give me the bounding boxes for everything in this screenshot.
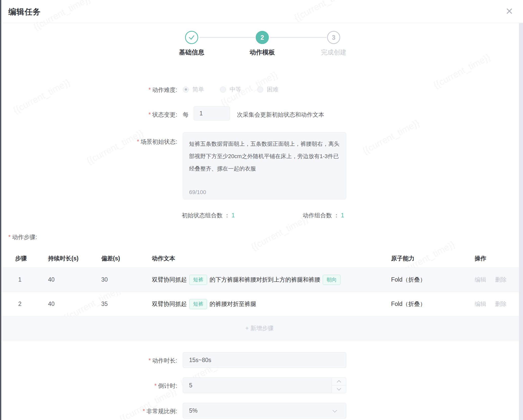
state-change-suffix: 次采集会更新初始状态和动作文本: [237, 111, 324, 119]
unusual-ratio-label: *非常规比例:: [0, 407, 177, 415]
table-header-row: 步骤 持续时长(s) 偏差(s) 动作文本 原子能力 操作: [0, 249, 519, 268]
required-mark: *: [8, 234, 11, 240]
col-header-text: 动作文本: [152, 255, 391, 262]
atomic-capability: Fold（折叠）: [391, 300, 471, 308]
step-deviation: 35: [101, 301, 152, 307]
chevron-down-icon: [332, 408, 337, 412]
form-row-state-change: *状态变更: 每 1 次采集会更新初始状态和动作文本: [0, 106, 523, 122]
form-row-unusual-ratio: *非常规比例: 5%: [0, 403, 523, 419]
required-mark: *: [143, 408, 145, 414]
delete-button[interactable]: 删除: [495, 276, 507, 283]
step-number: 2: [15, 301, 48, 307]
scrollbar[interactable]: [519, 23, 523, 420]
step-deviation: 30: [101, 276, 152, 283]
action-text-part: 双臂协同抓起: [152, 300, 187, 308]
dialog-title: 编辑任务: [8, 7, 41, 17]
action-steps-table: 步骤 持续时长(s) 偏差(s) 动作文本 原子能力 操作 1 40 30 双臂…: [0, 249, 519, 341]
number-spinner: [332, 378, 346, 393]
radio-option-hard[interactable]: 困难: [257, 86, 278, 93]
col-header-step: 步骤: [15, 255, 48, 262]
action-steps-label: *动作步骤:: [8, 233, 37, 241]
page-left-edge: [0, 0, 1, 420]
step-duration: 40: [48, 276, 101, 283]
close-icon[interactable]: ×: [506, 3, 513, 20]
step-connector: [270, 37, 327, 38]
radio-option-easy[interactable]: 简单: [183, 86, 204, 93]
required-mark: *: [154, 383, 157, 389]
step-2-label: 动作模板: [232, 48, 293, 56]
dialog-header: 编辑任务 ×: [0, 0, 523, 23]
radio-option-medium[interactable]: 中等: [220, 86, 241, 93]
radio-icon: [220, 87, 226, 93]
state-change-prefix: 每: [183, 111, 189, 119]
countdown-input[interactable]: 5: [183, 377, 346, 393]
action-combo-value: 1: [341, 212, 344, 219]
step-2-number: 2: [256, 31, 269, 44]
unusual-ratio-select[interactable]: 5%: [183, 403, 346, 418]
step-3-number: 3: [327, 31, 340, 44]
orientation-tag: 朝向: [323, 275, 340, 285]
object-tag: 短裤: [189, 299, 207, 309]
col-header-deviation: 偏差(s): [101, 255, 152, 262]
chevron-down-icon: [337, 386, 341, 391]
duration-input[interactable]: 15s~80s: [183, 352, 346, 368]
countdown-label: *倒计时:: [0, 382, 177, 390]
step-1-label: 基础信息: [161, 48, 222, 56]
action-text-part: 双臂协同抓起: [152, 276, 187, 284]
step-connector: [199, 37, 255, 38]
table-row: 2 40 35 双臂协同抓起 短裤 的裤腰对折至裤腿 Fold（折叠） 编辑 删…: [0, 292, 519, 316]
required-mark: *: [149, 357, 151, 364]
state-change-label: *状态变更:: [0, 111, 177, 119]
col-header-duration: 持续时长(s): [48, 255, 101, 262]
spinner-down-button[interactable]: [332, 385, 346, 393]
initial-combo-count: 初始状态组合数 ：1: [182, 212, 235, 219]
initial-state-label: *场景初始状态:: [0, 138, 177, 146]
initial-state-value: 短裤五条数据背面朝上，五条数据正面朝上，裤腰朝右，离头部视野下方至少20cm之外…: [189, 138, 340, 175]
countdown-value: 5: [189, 382, 192, 389]
check-icon: [188, 34, 195, 41]
form-row-duration: *动作时长: 15s~80s: [0, 352, 523, 368]
add-step-label: + 新增步骤: [245, 324, 274, 332]
required-mark: *: [137, 138, 139, 145]
action-text: 双臂协同抓起 短裤 的下方裤腿和裤腰对折到上方的裤腿和裤腰 朝向: [152, 275, 391, 285]
action-text-part: 的下方裤腿和裤腰对折到上方的裤腿和裤腰: [210, 276, 320, 284]
duration-label: *动作时长:: [0, 357, 177, 365]
difficulty-label: *动作难度:: [0, 86, 177, 94]
radio-label: 简单: [192, 86, 204, 93]
radio-label: 困难: [267, 86, 278, 93]
required-mark: *: [149, 87, 151, 93]
step-1-done-icon: [185, 31, 198, 44]
step-number: 1: [15, 276, 48, 283]
step-duration: 40: [48, 301, 101, 307]
col-header-capability: 原子能力: [391, 255, 471, 262]
step-3-label: 完成创建: [303, 48, 364, 56]
radio-label: 中等: [230, 86, 241, 93]
object-tag: 短裤: [189, 275, 207, 285]
unusual-ratio-value: 5%: [189, 407, 197, 414]
edit-button[interactable]: 编辑: [475, 301, 486, 307]
action-text: 双臂协同抓起 短裤 的裤腰对折至裤腿: [152, 299, 391, 309]
initial-state-textarea[interactable]: 短裤五条数据背面朝上，五条数据正面朝上，裤腰朝右，离头部视野下方至少20cm之外…: [183, 132, 346, 199]
edit-button[interactable]: 编辑: [475, 276, 486, 283]
table-row: 1 40 30 双臂协同抓起 短裤 的下方裤腿和裤腰对折到上方的裤腿和裤腰 朝向…: [0, 268, 519, 292]
initial-combo-value: 1: [231, 212, 235, 219]
state-change-input[interactable]: 1: [194, 106, 230, 120]
chevron-up-icon: [337, 380, 341, 384]
combo-counts-row: 初始状态组合数 ：1 动作组合数 ：1: [0, 212, 523, 221]
spinner-up-button[interactable]: [332, 378, 346, 385]
required-mark: *: [149, 111, 151, 118]
delete-button[interactable]: 删除: [495, 301, 507, 307]
atomic-capability: Fold（折叠）: [391, 276, 471, 284]
form-row-countdown: *倒计时: 5: [0, 377, 523, 394]
action-combo-count: 动作组合数 ：1: [303, 212, 344, 219]
add-step-button[interactable]: + 新增步骤: [0, 316, 519, 341]
action-text-part: 的裤腰对折至裤腿: [210, 300, 256, 308]
radio-icon: [183, 87, 189, 93]
radio-icon: [257, 87, 263, 93]
col-header-operation: 操作: [471, 255, 519, 262]
edit-task-dialog: {{current_time}} {{current_time}} {{curr…: [0, 0, 523, 420]
form-row-difficulty: *动作难度: 简单 中等 困难: [0, 83, 523, 97]
char-counter: 69/100: [189, 189, 206, 196]
form-row-initial-state: *场景初始状态: 短裤五条数据背面朝上，五条数据正面朝上，裤腰朝右，离头部视野下…: [0, 132, 523, 201]
